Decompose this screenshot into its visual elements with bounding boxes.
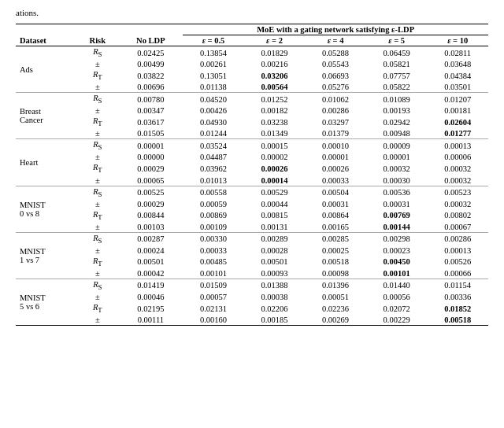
risk-cell: RT xyxy=(76,162,118,175)
value-cell: 0.00518 xyxy=(427,315,488,326)
value-cell: 0.02236 xyxy=(305,302,366,315)
risk-cell: ± xyxy=(76,82,118,93)
value-cell: 0.00504 xyxy=(305,186,366,199)
value-cell: 0.00056 xyxy=(366,292,428,302)
value-cell: 0.00032 xyxy=(427,175,488,186)
value-cell: 0.00032 xyxy=(427,199,488,209)
value-cell: 0.00025 xyxy=(305,245,366,256)
col-risk: Risk xyxy=(76,35,118,46)
value-cell: 0.00067 xyxy=(427,222,488,233)
value-cell: 0.01138 xyxy=(183,82,244,93)
value-cell: 0.00009 xyxy=(366,139,428,153)
value-cell: 0.00029 xyxy=(119,199,183,209)
value-cell: 0.01396 xyxy=(305,279,366,292)
value-cell: 0.00450 xyxy=(366,256,428,268)
value-cell: 0.03238 xyxy=(244,116,306,128)
value-cell: 0.01852 xyxy=(427,302,488,315)
risk-cell: ± xyxy=(76,59,118,69)
table-row: ±0.000650.010130.000140.000330.000300.00… xyxy=(16,175,488,186)
value-cell: 0.00101 xyxy=(183,268,244,279)
value-cell: 0.00485 xyxy=(183,256,244,268)
value-cell: 0.00051 xyxy=(305,292,366,302)
value-cell: 0.01419 xyxy=(119,279,183,292)
value-cell: 0.00501 xyxy=(244,256,306,268)
value-cell: 0.02425 xyxy=(119,46,183,60)
value-cell: 0.00109 xyxy=(183,222,244,233)
value-cell: 0.00564 xyxy=(244,82,306,93)
value-cell: 0.02811 xyxy=(427,46,488,60)
value-cell: 0.01505 xyxy=(119,128,183,139)
value-cell: 0.00033 xyxy=(305,175,366,186)
value-cell: 0.02206 xyxy=(244,302,306,315)
dataset-cell: Ads xyxy=(16,46,76,93)
value-cell: 0.03822 xyxy=(119,69,183,82)
risk-cell: ± xyxy=(76,128,118,139)
value-cell: 0.00001 xyxy=(366,152,428,162)
value-cell: 0.00869 xyxy=(183,209,244,222)
col-eps-5: ε = 5 xyxy=(366,35,428,46)
table-row: ±0.006960.011380.005640.052760.058220.03… xyxy=(16,82,488,93)
value-cell: 0.01089 xyxy=(366,93,428,106)
value-cell: 0.00103 xyxy=(119,222,183,233)
value-cell: 0.00042 xyxy=(119,268,183,279)
value-cell: 0.00193 xyxy=(366,105,428,116)
value-cell: 0.00558 xyxy=(183,186,244,199)
value-cell: 0.00499 xyxy=(119,59,183,69)
value-cell: 0.01244 xyxy=(183,128,244,139)
value-cell: 0.00033 xyxy=(183,245,244,256)
value-cell: 0.00066 xyxy=(427,268,488,279)
value-cell: 0.00347 xyxy=(119,105,183,116)
value-cell: 0.13854 xyxy=(183,46,244,60)
dataset-cell: MNIST0 vs 8 xyxy=(16,186,76,232)
value-cell: 0.00002 xyxy=(244,152,306,162)
col-no-ldp: No LDP xyxy=(119,35,183,46)
value-cell: 0.01349 xyxy=(244,128,306,139)
value-cell: 0.00023 xyxy=(366,245,428,256)
value-cell: 0.00769 xyxy=(366,209,428,222)
value-cell: 0.01440 xyxy=(366,279,428,292)
value-cell: 0.05822 xyxy=(366,82,428,93)
value-cell: 0.01252 xyxy=(244,93,306,106)
table-row: MNIST5 vs 6RS0.014190.015090.013880.0139… xyxy=(16,279,488,292)
value-cell: 0.04384 xyxy=(427,69,488,82)
risk-cell: ± xyxy=(76,222,118,233)
value-cell: 0.03206 xyxy=(244,69,306,82)
value-cell: 0.00031 xyxy=(305,199,366,209)
value-cell: 0.00780 xyxy=(119,93,183,106)
value-cell: 0.00948 xyxy=(366,128,428,139)
value-cell: 0.00001 xyxy=(119,139,183,153)
value-cell: 0.00525 xyxy=(119,186,183,199)
risk-cell: RS xyxy=(76,46,118,60)
value-cell: 0.00046 xyxy=(119,292,183,302)
table-row: HeartRS0.000010.035240.000150.000100.000… xyxy=(16,139,488,153)
value-cell: 0.03297 xyxy=(305,116,366,128)
table-body: AdsRS0.024250.138540.018290.052880.06459… xyxy=(16,46,488,326)
table-row: ±0.001110.001600.001850.002690.002290.00… xyxy=(16,315,488,326)
value-cell: 0.01013 xyxy=(183,175,244,186)
value-cell: 0.00057 xyxy=(183,292,244,302)
table-row: ±0.001030.001090.001310.001650.001440.00… xyxy=(16,222,488,233)
risk-cell: ± xyxy=(76,245,118,256)
value-cell: 0.00013 xyxy=(427,139,488,153)
value-cell: 0.04487 xyxy=(183,152,244,162)
value-cell: 0.06459 xyxy=(366,46,428,60)
value-cell: 0.00844 xyxy=(119,209,183,222)
risk-cell: ± xyxy=(76,105,118,116)
value-cell: 0.00026 xyxy=(244,162,306,175)
value-cell: 0.13051 xyxy=(183,69,244,82)
table-header-bottom: Dataset Risk No LDP ε = 0.5 ε = 2 ε = 4 … xyxy=(16,35,488,46)
value-cell: 0.03501 xyxy=(427,82,488,93)
table-row: ±0.000460.000570.000380.000510.000560.00… xyxy=(16,292,488,302)
table-row: ±0.015050.012440.013490.013790.009480.01… xyxy=(16,128,488,139)
table-row: RT0.021950.021310.022060.022360.020720.0… xyxy=(16,302,488,315)
value-cell: 0.00065 xyxy=(119,175,183,186)
table-header-top: MoE with a gating network satisfying ε-L… xyxy=(16,24,488,35)
risk-cell: ± xyxy=(76,152,118,162)
value-cell: 0.00269 xyxy=(305,315,366,326)
value-cell: 0.03648 xyxy=(427,59,488,69)
risk-cell: RS xyxy=(76,93,118,106)
value-cell: 0.00024 xyxy=(119,245,183,256)
value-cell: 0.00696 xyxy=(119,82,183,93)
value-cell: 0.06693 xyxy=(305,69,366,82)
value-cell: 0.00093 xyxy=(244,268,306,279)
